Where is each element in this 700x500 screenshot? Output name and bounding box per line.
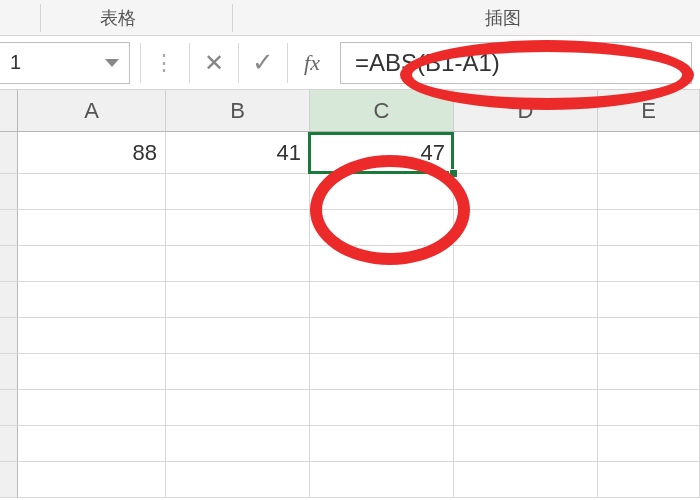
cell-B4[interactable]	[166, 246, 310, 281]
cell-A6[interactable]	[18, 318, 166, 353]
row-header-5[interactable]	[0, 282, 18, 317]
cell-A7[interactable]	[18, 354, 166, 389]
cell-B9[interactable]	[166, 426, 310, 461]
cell-B8[interactable]	[166, 390, 310, 425]
cell-D9[interactable]	[454, 426, 598, 461]
cell-E10[interactable]	[598, 462, 700, 497]
cell-value: 88	[133, 140, 157, 166]
cell-A3[interactable]	[18, 210, 166, 245]
grid-rows: 88 41 47	[0, 132, 700, 498]
select-all-corner[interactable]	[0, 90, 18, 131]
row-header-4[interactable]	[0, 246, 18, 281]
cell-value: 47	[421, 140, 445, 166]
row-header-9[interactable]	[0, 426, 18, 461]
name-box[interactable]: 1	[0, 42, 130, 84]
fill-handle[interactable]	[449, 169, 458, 178]
cell-A9[interactable]	[18, 426, 166, 461]
cell-D10[interactable]	[454, 462, 598, 497]
row-4	[0, 246, 700, 282]
cell-A10[interactable]	[18, 462, 166, 497]
cell-B10[interactable]	[166, 462, 310, 497]
cell-A4[interactable]	[18, 246, 166, 281]
divider	[140, 43, 141, 83]
row-10	[0, 462, 700, 498]
cell-C8[interactable]	[310, 390, 454, 425]
cell-B6[interactable]	[166, 318, 310, 353]
cell-E8[interactable]	[598, 390, 700, 425]
cell-C10[interactable]	[310, 462, 454, 497]
column-header-C[interactable]: C	[310, 90, 454, 131]
cell-B1[interactable]: 41	[166, 132, 310, 173]
row-6	[0, 318, 700, 354]
insert-function-button[interactable]: fx	[290, 42, 334, 84]
cell-B5[interactable]	[166, 282, 310, 317]
cell-C1[interactable]: 47	[310, 132, 454, 173]
cell-C2[interactable]	[310, 174, 454, 209]
row-header-6[interactable]	[0, 318, 18, 353]
cell-D3[interactable]	[454, 210, 598, 245]
column-header-A[interactable]: A	[18, 90, 166, 131]
cell-E9[interactable]	[598, 426, 700, 461]
cell-A1[interactable]: 88	[18, 132, 166, 173]
column-header-D[interactable]: D	[454, 90, 598, 131]
cell-C5[interactable]	[310, 282, 454, 317]
ribbon-bar: 表格 插图	[0, 0, 700, 36]
row-header-2[interactable]	[0, 174, 18, 209]
cell-E7[interactable]	[598, 354, 700, 389]
cell-E6[interactable]	[598, 318, 700, 353]
cell-D5[interactable]	[454, 282, 598, 317]
column-headers: A B C D E	[0, 90, 700, 132]
cell-E4[interactable]	[598, 246, 700, 281]
row-header-3[interactable]	[0, 210, 18, 245]
cell-D6[interactable]	[454, 318, 598, 353]
ribbon-divider	[40, 4, 41, 32]
cell-E5[interactable]	[598, 282, 700, 317]
cell-C7[interactable]	[310, 354, 454, 389]
cell-C4[interactable]	[310, 246, 454, 281]
formula-bar-row: 1 ⋮ ✕ ✓ fx =ABS(B1-A1)	[0, 36, 700, 90]
cell-E3[interactable]	[598, 210, 700, 245]
row-8	[0, 390, 700, 426]
row-header-8[interactable]	[0, 390, 18, 425]
name-box-value: 1	[10, 51, 21, 74]
divider	[238, 43, 239, 83]
cell-E2[interactable]	[598, 174, 700, 209]
cell-D1[interactable]	[454, 132, 598, 173]
row-3	[0, 210, 700, 246]
divider	[287, 43, 288, 83]
cell-B3[interactable]	[166, 210, 310, 245]
cell-A2[interactable]	[18, 174, 166, 209]
cell-A5[interactable]	[18, 282, 166, 317]
fx-icon: fx	[304, 50, 320, 76]
row-header-10[interactable]	[0, 462, 18, 497]
cancel-icon[interactable]: ✕	[192, 42, 236, 84]
enter-icon[interactable]: ✓	[241, 42, 285, 84]
cell-D2[interactable]	[454, 174, 598, 209]
cell-B7[interactable]	[166, 354, 310, 389]
ribbon-group-illustrations[interactable]: 插图	[485, 6, 521, 30]
cell-A8[interactable]	[18, 390, 166, 425]
divider	[189, 43, 190, 83]
row-7	[0, 354, 700, 390]
row-header-1[interactable]	[0, 132, 18, 173]
more-icon[interactable]: ⋮	[143, 42, 187, 84]
cell-D7[interactable]	[454, 354, 598, 389]
cell-C9[interactable]	[310, 426, 454, 461]
cell-D4[interactable]	[454, 246, 598, 281]
column-header-E[interactable]: E	[598, 90, 700, 131]
ribbon-group-tables[interactable]: 表格	[100, 6, 136, 30]
cell-E1[interactable]	[598, 132, 700, 173]
cell-C6[interactable]	[310, 318, 454, 353]
row-header-7[interactable]	[0, 354, 18, 389]
formula-controls: ⋮ ✕ ✓ fx	[138, 42, 334, 84]
cell-D8[interactable]	[454, 390, 598, 425]
formula-input[interactable]: =ABS(B1-A1)	[340, 42, 692, 84]
cell-value: 41	[277, 140, 301, 166]
row-2	[0, 174, 700, 210]
cell-C3[interactable]	[310, 210, 454, 245]
chevron-down-icon[interactable]	[105, 59, 119, 67]
cell-B2[interactable]	[166, 174, 310, 209]
ribbon-divider	[232, 4, 233, 32]
column-header-B[interactable]: B	[166, 90, 310, 131]
row-9	[0, 426, 700, 462]
